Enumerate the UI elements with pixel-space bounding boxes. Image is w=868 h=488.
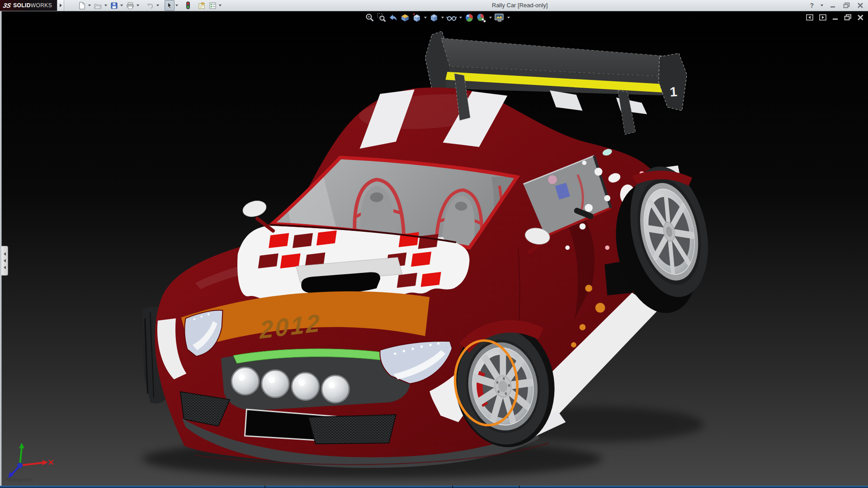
undo-arrow-icon [146,2,154,9]
collapse-arrow-icon [4,266,6,269]
bumper-vent-right [308,415,396,444]
zoom-to-area-button[interactable] [376,12,387,23]
rebuild-button[interactable] [184,0,193,11]
display-style-icon [429,13,439,23]
zoom-to-fit-button[interactable] [364,12,375,23]
x-axis [20,463,43,465]
save-button[interactable] [109,0,119,11]
restore-window-button[interactable] [843,2,850,9]
apply-scene-button[interactable] [476,12,487,23]
y-axis [20,447,22,465]
restore-document-button[interactable] [844,14,852,21]
document-window-controls [806,14,864,21]
headsup-view-toolbar [364,12,512,23]
dropdown-arrow-icon[interactable] [88,5,91,6]
help-button[interactable]: ? [810,2,814,9]
featuremanager-flyout-tab[interactable] [1,246,8,276]
minimize-document-button[interactable] [832,14,839,21]
title-bar: 3S SOLIDWORKS [0,0,868,11]
help-dropdown-arrow-icon[interactable] [821,5,823,6]
taskbar-separator [264,486,265,488]
display-style-button[interactable] [429,12,439,23]
view-settings-icon [494,13,505,23]
viewport-3d[interactable]: 1 [0,11,868,488]
select-cursor-icon [166,2,173,9]
note-with-hand-icon [198,2,206,9]
apply-scene-icon [476,13,487,23]
open-folder-icon [94,2,102,9]
undo-button[interactable] [145,0,156,11]
expand-arrow-icon [60,4,62,7]
minimize-window-button[interactable] [830,2,836,9]
select-button[interactable] [165,0,175,11]
dropdown-arrow-icon[interactable] [120,5,123,6]
view-orientation-label: *Dimetric [6,476,33,483]
rebuild-traffic-light-icon [185,1,191,9]
windows-taskbar-edge[interactable] [0,486,868,488]
view-settings-button[interactable] [494,12,505,23]
zoom-to-fit-icon [365,13,375,23]
appearance-sphere-icon [464,13,474,23]
options-checklist-icon [209,2,217,9]
ds-3s-logo-icon: 3S [2,2,12,9]
dropdown-arrow-icon[interactable] [489,17,492,19]
standard-toolbar [77,0,223,10]
document-title: Rally Car [Read-only] [492,2,548,9]
eyeglasses-icon [446,13,457,23]
printer-icon [126,2,134,9]
zoom-to-area-icon [377,13,387,23]
close-document-button[interactable] [857,14,864,21]
taskbar-separator [519,486,520,488]
close-window-button[interactable] [857,2,863,9]
dropdown-arrow-icon[interactable] [459,17,462,19]
mirror-left [241,198,273,231]
save-floppy-icon [110,2,118,9]
edit-appearance-button[interactable] [464,12,475,23]
options-button[interactable] [208,0,218,11]
hide-show-items-button[interactable] [446,12,458,23]
dropdown-arrow-icon[interactable] [507,17,510,19]
x-axis-label-mark [49,460,53,465]
toggle-panel-right-button[interactable] [819,14,827,21]
dropdown-arrow-icon[interactable] [137,5,139,6]
dropdown-arrow-icon[interactable] [156,5,159,6]
graphics-area[interactable]: 1 [0,11,868,488]
open-document-button[interactable] [93,0,104,11]
new-document-button[interactable] [77,0,87,11]
taskbar-separator [452,486,453,488]
previous-view-icon [388,13,398,23]
rally-car-model[interactable]: 1 [142,31,719,479]
toggle-panel-left-button[interactable] [806,14,814,21]
solidworks-logo: 3S SOLIDWORKS [0,0,57,11]
view-orientation-icon [412,13,422,23]
collapse-arrow-icon [4,259,6,263]
previous-view-button[interactable] [388,12,399,23]
collapse-arrow-icon [4,252,6,256]
dropdown-arrow-icon[interactable] [219,5,222,6]
wing-number-decal: 1 [669,84,678,99]
section-view-icon [400,13,410,23]
dropdown-arrow-icon[interactable] [175,5,178,6]
section-view-button[interactable] [400,12,410,23]
menu-expand-tab[interactable] [57,0,64,11]
appearance-note-button[interactable] [196,0,208,11]
dropdown-arrow-icon[interactable] [424,17,427,19]
print-button[interactable] [125,0,136,11]
dropdown-arrow-icon[interactable] [441,17,444,19]
new-document-icon [78,2,86,9]
window-controls: ? [810,0,863,11]
view-orientation-button[interactable] [411,12,422,23]
reference-triad [7,442,57,478]
dropdown-arrow-icon[interactable] [104,5,107,6]
